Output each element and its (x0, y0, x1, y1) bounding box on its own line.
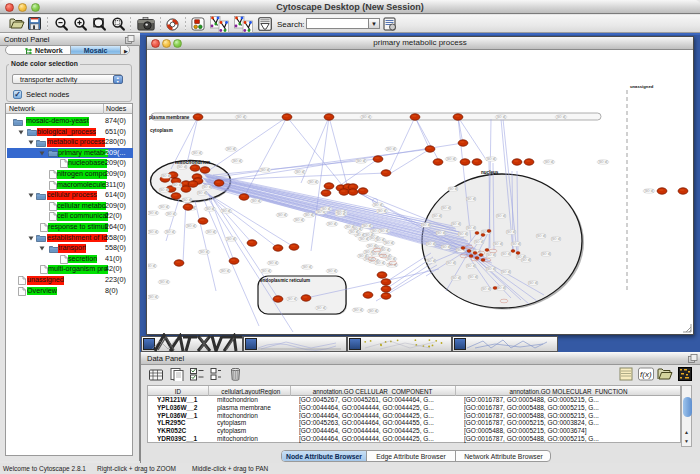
svg-text:[GO: id]: [GO: id] (148, 264, 156, 268)
svg-text:[GO: id]: [GO: id] (354, 308, 363, 312)
svg-text:[GO: id]: [GO: id] (328, 222, 337, 226)
svg-text:[GO: id]: [GO: id] (166, 230, 175, 234)
svg-text:[GO: id]: [GO: id] (497, 115, 506, 119)
svg-text:[GO: id]: [GO: id] (200, 250, 209, 254)
svg-text:[GO: id]: [GO: id] (507, 230, 516, 234)
svg-text:[GO: id]: [GO: id] (160, 205, 169, 209)
svg-text:[GO: id]: [GO: id] (482, 287, 491, 291)
svg-text:[GO: id]: [GO: id] (512, 242, 521, 246)
svg-text:[GO: id]: [GO: id] (449, 187, 458, 191)
svg-text:[GO: id]: [GO: id] (149, 295, 158, 299)
svg-text:[GO: id]: [GO: id] (328, 269, 337, 273)
svg-text:nucleus: nucleus (481, 170, 499, 175)
svg-text:[GO: id]: [GO: id] (557, 115, 566, 119)
svg-text:[GO: id]: [GO: id] (206, 207, 215, 211)
svg-text:[GO: id]: [GO: id] (380, 229, 389, 233)
svg-text:[GO: id]: [GO: id] (381, 248, 390, 252)
svg-text:[GO: id]: [GO: id] (305, 213, 314, 217)
svg-text:[GO: id]: [GO: id] (467, 264, 476, 268)
svg-text:[GO: id]: [GO: id] (322, 207, 331, 211)
svg-text:[GO: id]: [GO: id] (309, 180, 318, 184)
svg-text:[GO: id]: [GO: id] (427, 242, 436, 246)
svg-text:[GO: id]: [GO: id] (447, 157, 456, 161)
svg-text:[GO: id]: [GO: id] (487, 267, 496, 271)
svg-text:[GO: id]: [GO: id] (599, 160, 608, 164)
svg-text:[GO: id]: [GO: id] (452, 222, 461, 226)
svg-text:[GO: id]: [GO: id] (447, 261, 456, 265)
svg-text:[GO: id]: [GO: id] (469, 275, 478, 279)
svg-text:[GO: id]: [GO: id] (252, 199, 261, 203)
svg-text:[GO: id]: [GO: id] (360, 237, 369, 241)
svg-text:[GO: id]: [GO: id] (187, 224, 196, 228)
svg-text:[GO: id]: [GO: id] (459, 232, 468, 236)
svg-text:[GO: id]: [GO: id] (178, 165, 187, 169)
svg-text:[GO: id]: [GO: id] (369, 309, 378, 313)
svg-text:[GO: id]: [GO: id] (376, 261, 385, 265)
svg-text:[GO: id]: [GO: id] (207, 230, 216, 234)
svg-text:[GO: id]: [GO: id] (422, 223, 431, 227)
svg-text:unassigned: unassigned (630, 84, 654, 89)
svg-text:[GO: id]: [GO: id] (442, 206, 451, 210)
svg-text:[GO: id]: [GO: id] (233, 159, 242, 163)
svg-text:[GO: id]: [GO: id] (385, 241, 394, 245)
svg-text:[GO: id]: [GO: id] (522, 258, 531, 262)
svg-text:[GO: id]: [GO: id] (537, 234, 546, 238)
svg-text:[GO: id]: [GO: id] (542, 252, 551, 256)
svg-text:[GO: id]: [GO: id] (350, 230, 359, 234)
svg-text:endoplasmic reticulum: endoplasmic reticulum (260, 278, 310, 283)
svg-text:[GO: id]: [GO: id] (467, 226, 476, 230)
svg-text:[GO: id]: [GO: id] (193, 151, 202, 155)
svg-text:plasma membrane: plasma membrane (149, 115, 190, 120)
svg-text:cytoplasm: cytoplasm (150, 128, 173, 133)
svg-text:[GO: id]: [GO: id] (427, 259, 436, 263)
svg-text:[GO: id]: [GO: id] (149, 211, 158, 215)
svg-text:[GO: id]: [GO: id] (278, 213, 287, 217)
svg-text:[GO: id]: [GO: id] (183, 198, 192, 202)
svg-text:[GO: id]: [GO: id] (487, 157, 496, 161)
svg-text:[GO: id]: [GO: id] (173, 183, 182, 187)
svg-text:[GO: id]: [GO: id] (487, 253, 496, 257)
svg-text:[GO: id]: [GO: id] (227, 237, 236, 241)
svg-text:[GO: id]: [GO: id] (545, 160, 554, 164)
svg-text:[GO: id]: [GO: id] (317, 306, 326, 310)
svg-text:[GO: id]: [GO: id] (363, 224, 372, 228)
svg-text:[GO: id]: [GO: id] (378, 209, 387, 213)
svg-text:[GO: id]: [GO: id] (167, 212, 176, 216)
svg-text:[GO: id]: [GO: id] (433, 214, 442, 218)
svg-text:[GO: id]: [GO: id] (222, 209, 231, 213)
svg-text:[GO: id]: [GO: id] (502, 270, 511, 274)
svg-text:[GO: id]: [GO: id] (162, 174, 171, 178)
svg-text:[GO: id]: [GO: id] (149, 230, 158, 234)
svg-text:[GO: id]: [GO: id] (221, 269, 230, 273)
svg-text:[GO: id]: [GO: id] (442, 245, 451, 249)
svg-text:[GO: id]: [GO: id] (295, 218, 304, 222)
svg-text:[GO: id]: [GO: id] (387, 257, 396, 261)
svg-text:[GO: id]: [GO: id] (494, 242, 503, 246)
svg-text:[GO: id]: [GO: id] (227, 147, 236, 151)
svg-text:[GO: id]: [GO: id] (374, 203, 383, 207)
svg-text:[GO: id]: [GO: id] (387, 147, 396, 151)
svg-text:[GO: id]: [GO: id] (452, 276, 461, 280)
svg-text:[GO: id]: [GO: id] (645, 189, 654, 193)
svg-text:[GO: id]: [GO: id] (362, 115, 371, 119)
svg-text:[GO: id]: [GO: id] (303, 265, 312, 269)
svg-text:[GO: id]: [GO: id] (198, 191, 207, 195)
svg-text:[GO: id]: [GO: id] (357, 159, 366, 163)
svg-text:[GO: id]: [GO: id] (261, 168, 270, 172)
svg-text:[GO: id]: [GO: id] (203, 185, 212, 189)
svg-text:[GO: id]: [GO: id] (337, 212, 346, 216)
svg-text:[GO: id]: [GO: id] (552, 237, 561, 241)
svg-text:[GO: id]: [GO: id] (529, 281, 538, 285)
svg-text:[GO: id]: [GO: id] (497, 214, 506, 218)
svg-text:f(x): f(x) (640, 370, 652, 379)
svg-text:[GO: id]: [GO: id] (475, 240, 484, 244)
svg-text:[GO: id]: [GO: id] (262, 269, 271, 273)
svg-text:mitochondrion: mitochondrion (175, 159, 210, 165)
svg-text:[GO: id]: [GO: id] (437, 231, 446, 235)
svg-text:[GO: id]: [GO: id] (160, 188, 169, 192)
svg-text:[GO: id]: [GO: id] (160, 280, 169, 284)
svg-text:[GO: id]: [GO: id] (467, 197, 476, 201)
svg-text:[GO: id]: [GO: id] (376, 238, 385, 242)
svg-text:[GO: id]: [GO: id] (269, 261, 278, 265)
svg-text:[GO: id]: [GO: id] (296, 170, 305, 174)
